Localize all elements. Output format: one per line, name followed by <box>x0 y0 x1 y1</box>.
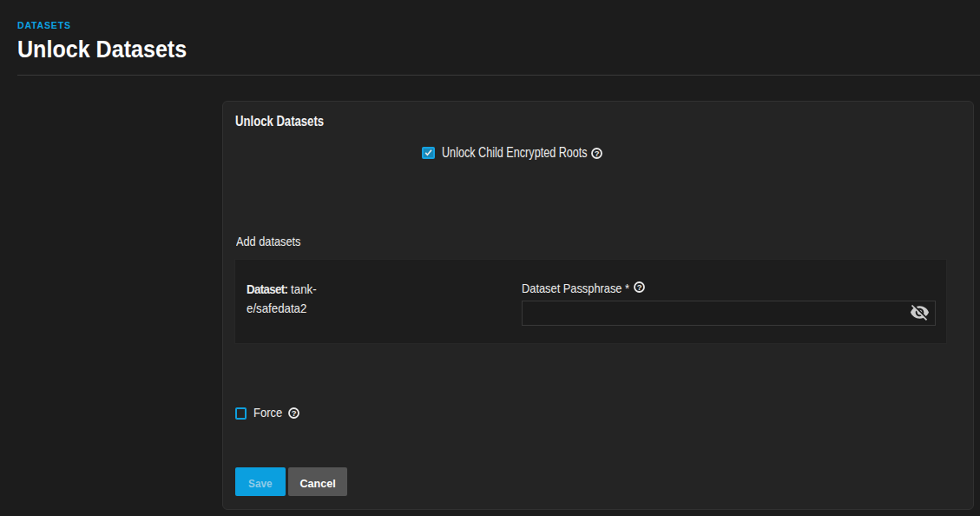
svg-text:?: ? <box>292 408 297 418</box>
svg-text:?: ? <box>595 149 600 158</box>
svg-text:?: ? <box>637 282 642 292</box>
